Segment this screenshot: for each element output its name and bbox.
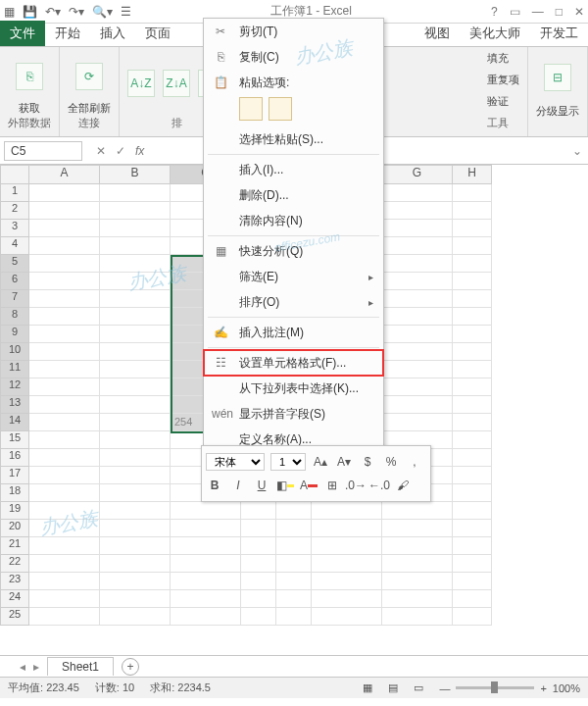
cell[interactable] (241, 555, 276, 573)
cell[interactable] (382, 502, 453, 520)
cell[interactable] (100, 449, 171, 467)
cell[interactable] (453, 343, 492, 361)
cell[interactable] (100, 520, 171, 537)
cell[interactable] (382, 396, 453, 414)
ctx-copy[interactable]: ⎘复制(C) (204, 44, 383, 70)
cell[interactable] (382, 202, 453, 220)
cell[interactable] (100, 573, 171, 590)
underline-icon[interactable]: U (253, 477, 270, 494)
cell[interactable] (276, 537, 312, 555)
row-header[interactable]: 21 (0, 537, 29, 555)
decrease-font-icon[interactable]: A▾ (335, 453, 353, 471)
cell[interactable] (100, 220, 171, 237)
row-header[interactable]: 8 (0, 308, 29, 326)
maximize-icon[interactable]: □ (556, 5, 563, 19)
cell[interactable] (29, 573, 100, 590)
cell[interactable] (100, 608, 171, 626)
cell[interactable] (453, 202, 492, 220)
cell[interactable] (171, 590, 241, 608)
view-break-icon[interactable]: ▭ (414, 681, 423, 694)
ctx-delete[interactable]: 删除(D)... (204, 182, 383, 208)
cancel-icon[interactable]: ✕ (96, 144, 106, 158)
cell[interactable] (453, 220, 492, 237)
font-select[interactable]: 宋体 (206, 453, 265, 471)
cell[interactable] (100, 414, 171, 431)
cell[interactable] (312, 502, 382, 520)
cell[interactable] (382, 537, 453, 555)
cell[interactable] (100, 431, 171, 449)
sheet-nav-next-icon[interactable]: ▸ (33, 660, 39, 674)
increase-decimal-icon[interactable]: .0→ (347, 477, 365, 494)
tab-home[interactable]: 开始 (45, 21, 90, 46)
cell[interactable] (29, 326, 100, 343)
cell[interactable] (453, 467, 492, 484)
ctx-insert-comment[interactable]: ✍插入批注(M) (204, 320, 383, 345)
fill-color-icon[interactable]: ◧ (276, 477, 294, 494)
cell[interactable] (29, 467, 100, 484)
cell[interactable] (453, 326, 492, 343)
save-icon[interactable]: 💾 (23, 5, 37, 19)
tab-view[interactable]: 视图 (415, 21, 460, 46)
sort-asc-icon[interactable]: A↓Z (127, 70, 155, 97)
tab-page[interactable]: 页面 (135, 21, 180, 46)
cell[interactable] (100, 202, 171, 220)
zoom-control[interactable]: — + 100% (439, 682, 580, 694)
cell[interactable] (29, 308, 100, 326)
cell[interactable] (100, 378, 171, 396)
cell[interactable] (453, 484, 492, 502)
formula-expand-icon[interactable]: ⌄ (572, 144, 588, 158)
ctx-clear[interactable]: 清除内容(N) (204, 208, 383, 233)
cell[interactable] (276, 573, 312, 590)
cell[interactable] (453, 431, 492, 449)
ctx-paste-special[interactable]: 选择性粘贴(S)... (204, 126, 383, 152)
row-header[interactable]: 6 (0, 273, 29, 290)
cell[interactable] (312, 573, 382, 590)
cell[interactable] (29, 237, 100, 255)
qat-more-icon[interactable]: ☰ (121, 5, 131, 19)
row-header[interactable]: 22 (0, 555, 29, 573)
row-header[interactable]: 15 (0, 431, 29, 449)
col-a[interactable]: A (29, 165, 100, 184)
cell[interactable] (29, 537, 100, 555)
cell[interactable] (100, 361, 171, 378)
cell[interactable] (241, 502, 276, 520)
cell[interactable] (453, 520, 492, 537)
tab-dev[interactable]: 开发工 (530, 21, 588, 46)
cell[interactable] (453, 608, 492, 626)
cell[interactable] (382, 378, 453, 396)
ctx-phonetic[interactable]: wén显示拼音字段(S) (204, 401, 383, 427)
fx-icon[interactable]: fx (135, 144, 144, 158)
cell[interactable] (100, 273, 171, 290)
duplicates-label[interactable]: 重复项 (487, 73, 519, 87)
cell[interactable] (382, 555, 453, 573)
cell[interactable] (29, 484, 100, 502)
cell[interactable] (382, 220, 453, 237)
row-header[interactable]: 1 (0, 184, 29, 202)
row-header[interactable]: 9 (0, 326, 29, 343)
row-header[interactable]: 14 (0, 414, 29, 431)
percent-icon[interactable]: % (382, 453, 400, 471)
cell[interactable] (453, 308, 492, 326)
name-box[interactable]: C5 (4, 141, 82, 161)
cell[interactable] (29, 431, 100, 449)
row-header[interactable]: 24 (0, 590, 29, 608)
increase-font-icon[interactable]: A▴ (312, 453, 329, 471)
cell[interactable] (100, 484, 171, 502)
cell[interactable] (100, 537, 171, 555)
cell[interactable] (453, 290, 492, 308)
cell[interactable] (276, 520, 312, 537)
paste-option-all[interactable] (239, 97, 263, 121)
cell[interactable] (241, 590, 276, 608)
cell[interactable] (382, 414, 453, 431)
cell[interactable] (29, 255, 100, 273)
ctx-format-cells[interactable]: ☷设置单元格格式(F)... (204, 350, 383, 376)
cell[interactable] (382, 520, 453, 537)
cell[interactable] (100, 555, 171, 573)
cell[interactable] (382, 184, 453, 202)
cell[interactable] (100, 290, 171, 308)
cell[interactable] (453, 184, 492, 202)
row-header[interactable]: 7 (0, 290, 29, 308)
col-g[interactable]: G (382, 165, 453, 184)
validation-label[interactable]: 验证 (487, 94, 509, 109)
row-header[interactable]: 17 (0, 467, 29, 484)
